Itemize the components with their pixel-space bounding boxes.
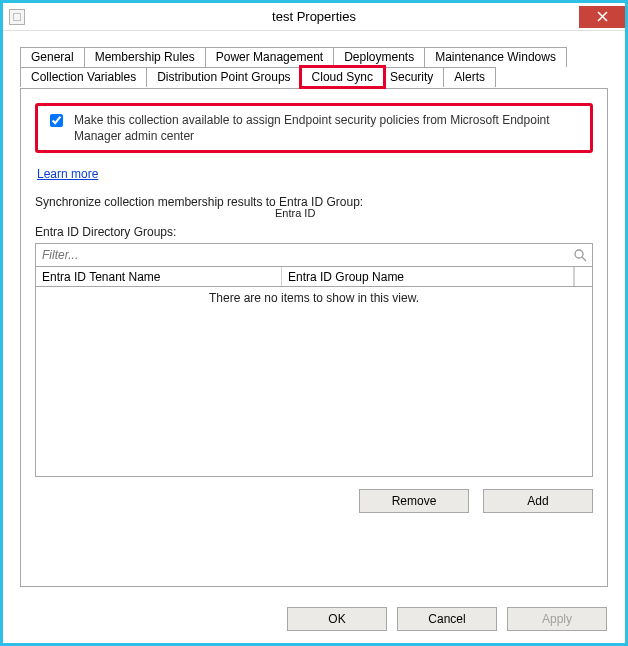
tab-row-2: Collection Variables Distribution Point …: [20, 67, 608, 87]
svg-line-1: [582, 257, 586, 261]
close-icon: [597, 11, 608, 22]
tab-deployments[interactable]: Deployments: [333, 47, 425, 67]
directory-groups-label: Entra ID Directory Groups:: [35, 225, 593, 239]
panel-button-row: Remove Add: [35, 489, 593, 513]
filter-input[interactable]: [36, 244, 568, 266]
title-bar: test Properties: [3, 3, 625, 31]
client-area: General Membership Rules Power Managemen…: [6, 31, 622, 593]
grid-header: Entra ID Tenant Name Entra ID Group Name: [35, 267, 593, 287]
remove-button[interactable]: Remove: [359, 489, 469, 513]
column-spacer: [574, 267, 592, 286]
tab-maintenance-windows[interactable]: Maintenance Windows: [424, 47, 567, 67]
search-icon[interactable]: [568, 244, 592, 266]
tab-collection-variables[interactable]: Collection Variables: [20, 67, 147, 87]
grid-body[interactable]: There are no items to show in this view.: [35, 287, 593, 477]
ok-button[interactable]: OK: [287, 607, 387, 631]
tab-security[interactable]: Security: [379, 67, 444, 87]
assign-policies-checkbox[interactable]: [50, 114, 63, 127]
tab-cloud-sync[interactable]: Cloud Sync: [301, 67, 384, 87]
assign-policies-label: Make this collection available to assign…: [74, 112, 582, 144]
highlight-annotation: Make this collection available to assign…: [35, 103, 593, 153]
apply-button[interactable]: Apply: [507, 607, 607, 631]
tab-alerts[interactable]: Alerts: [443, 67, 496, 87]
cloud-sync-panel: Make this collection available to assign…: [21, 89, 607, 586]
cancel-button[interactable]: Cancel: [397, 607, 497, 631]
window-title: test Properties: [3, 9, 625, 24]
svg-point-0: [575, 250, 583, 258]
close-button[interactable]: [579, 6, 625, 28]
add-button[interactable]: Add: [483, 489, 593, 513]
tab-distribution-point-groups[interactable]: Distribution Point Groups: [146, 67, 301, 87]
tab-membership-rules[interactable]: Membership Rules: [84, 47, 206, 67]
grid-empty-message: There are no items to show in this view.: [36, 287, 592, 305]
column-group-name[interactable]: Entra ID Group Name: [282, 267, 574, 286]
entra-id-floating-label: Entra ID: [275, 207, 315, 219]
learn-more-link[interactable]: Learn more: [37, 167, 98, 181]
tab-row-1: General Membership Rules Power Managemen…: [20, 47, 608, 67]
tab-strip: General Membership Rules Power Managemen…: [20, 47, 608, 89]
filter-box: [35, 243, 593, 267]
tab-general[interactable]: General: [20, 47, 85, 67]
dialog-button-row: OK Cancel Apply: [287, 607, 607, 631]
tab-power-management[interactable]: Power Management: [205, 47, 334, 67]
column-tenant-name[interactable]: Entra ID Tenant Name: [36, 267, 282, 286]
tab-panel: Make this collection available to assign…: [20, 88, 608, 587]
system-menu-icon[interactable]: [9, 9, 25, 25]
